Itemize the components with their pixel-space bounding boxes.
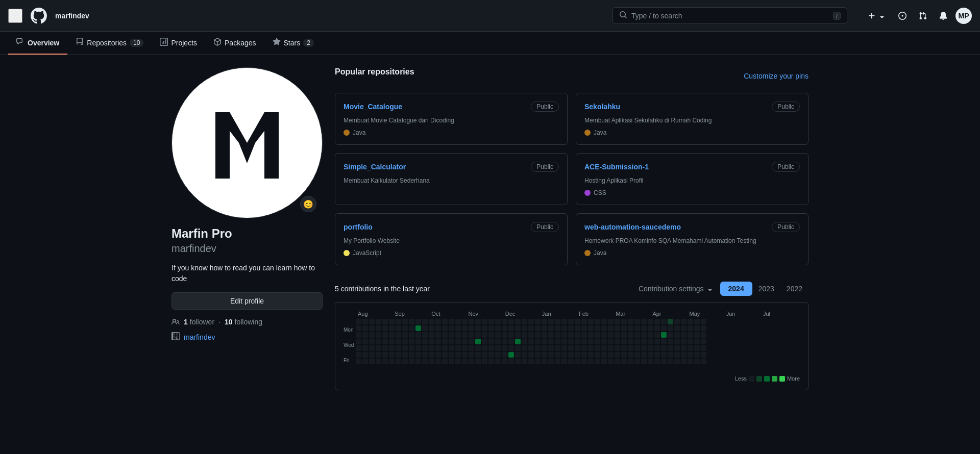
graph-cell[interactable] [402, 325, 408, 331]
graph-cell[interactable] [409, 325, 414, 331]
graph-cell[interactable] [409, 359, 414, 364]
graph-cell[interactable] [661, 332, 667, 338]
graph-cell[interactable] [528, 359, 534, 364]
graph-cell[interactable] [668, 345, 673, 351]
graph-cell[interactable] [634, 345, 640, 351]
graph-cell[interactable] [608, 319, 614, 324]
graph-cell[interactable] [608, 325, 614, 331]
graph-cell[interactable] [654, 319, 660, 324]
graph-cell[interactable] [369, 345, 375, 351]
graph-cell[interactable] [369, 359, 375, 364]
graph-cell[interactable] [409, 332, 414, 338]
graph-cell[interactable] [668, 325, 673, 331]
graph-cell[interactable] [449, 319, 454, 324]
graph-cell[interactable] [415, 319, 421, 324]
graph-cell[interactable] [621, 339, 627, 344]
graph-cell[interactable] [429, 359, 434, 364]
graph-cell[interactable] [648, 319, 653, 324]
graph-cell[interactable] [422, 359, 428, 364]
graph-cell[interactable] [402, 345, 408, 351]
graph-cell[interactable] [488, 345, 494, 351]
graph-cell[interactable] [654, 325, 660, 331]
graph-cell[interactable] [435, 345, 441, 351]
graph-cell[interactable] [469, 325, 474, 331]
graph-cell[interactable] [508, 345, 514, 351]
graph-cell[interactable] [528, 352, 534, 358]
graph-cell[interactable] [389, 332, 395, 338]
graph-cell[interactable] [356, 352, 361, 358]
graph-cell[interactable] [442, 332, 448, 338]
graph-cell[interactable] [668, 359, 673, 364]
graph-cell[interactable] [634, 352, 640, 358]
graph-cell[interactable] [462, 319, 468, 324]
graph-cell[interactable] [376, 325, 381, 331]
graph-cell[interactable] [449, 325, 454, 331]
graph-cell[interactable] [475, 359, 481, 364]
graph-cell[interactable] [568, 332, 574, 338]
graph-cell[interactable] [422, 319, 428, 324]
graph-cell[interactable] [376, 352, 381, 358]
graph-cell[interactable] [681, 359, 687, 364]
graph-cell[interactable] [449, 352, 454, 358]
graph-cell[interactable] [475, 319, 481, 324]
graph-cell[interactable] [382, 359, 388, 364]
graph-cell[interactable] [561, 325, 567, 331]
graph-cell[interactable] [449, 359, 454, 364]
graph-cell[interactable] [621, 359, 627, 364]
graph-cell[interactable] [455, 359, 461, 364]
graph-cell[interactable] [362, 319, 368, 324]
graph-cell[interactable] [396, 325, 401, 331]
graph-cell[interactable] [701, 325, 706, 331]
graph-cell[interactable] [435, 325, 441, 331]
graph-cell[interactable] [608, 345, 614, 351]
graph-cell[interactable] [701, 345, 706, 351]
graph-cell[interactable] [548, 325, 554, 331]
graph-cell[interactable] [615, 319, 620, 324]
graph-cell[interactable] [415, 359, 421, 364]
graph-cell[interactable] [415, 352, 421, 358]
graph-cell[interactable] [674, 345, 680, 351]
graph-cell[interactable] [535, 359, 541, 364]
graph-cell[interactable] [548, 319, 554, 324]
graph-cell[interactable] [555, 352, 560, 358]
new-button[interactable] [864, 10, 890, 22]
graph-cell[interactable] [409, 319, 414, 324]
graph-cell[interactable] [528, 345, 534, 351]
graph-cell[interactable] [555, 332, 560, 338]
graph-cell[interactable] [409, 345, 414, 351]
graph-cell[interactable] [575, 339, 580, 344]
graph-cell[interactable] [389, 352, 395, 358]
graph-cell[interactable] [382, 325, 388, 331]
tab-projects[interactable]: Projects [152, 32, 205, 55]
repo-name[interactable]: Sekolahku [584, 103, 620, 111]
graph-cell[interactable] [601, 332, 607, 338]
graph-cell[interactable] [688, 352, 693, 358]
graph-cell[interactable] [668, 319, 673, 324]
graph-cell[interactable] [595, 339, 600, 344]
graph-cell[interactable] [422, 345, 428, 351]
graph-cell[interactable] [668, 339, 673, 344]
graph-cell[interactable] [442, 359, 448, 364]
graph-cell[interactable] [382, 345, 388, 351]
graph-cell[interactable] [469, 332, 474, 338]
graph-cell[interactable] [362, 325, 368, 331]
org-link[interactable]: marfindev [184, 333, 215, 341]
graph-cell[interactable] [389, 339, 395, 344]
graph-cell[interactable] [542, 352, 547, 358]
graph-cell[interactable] [442, 319, 448, 324]
graph-cell[interactable] [615, 325, 620, 331]
graph-cell[interactable] [402, 352, 408, 358]
graph-cell[interactable] [648, 332, 653, 338]
graph-cell[interactable] [542, 345, 547, 351]
graph-cell[interactable] [608, 332, 614, 338]
graph-cell[interactable] [621, 325, 627, 331]
graph-cell[interactable] [402, 339, 408, 344]
graph-cell[interactable] [508, 359, 514, 364]
graph-cell[interactable] [634, 319, 640, 324]
graph-cell[interactable] [634, 359, 640, 364]
repo-name[interactable]: portfolio [344, 223, 373, 231]
graph-cell[interactable] [455, 325, 461, 331]
graph-cell[interactable] [429, 352, 434, 358]
contribution-settings-button[interactable]: Contribution settings [639, 285, 714, 293]
graph-cell[interactable] [568, 345, 574, 351]
